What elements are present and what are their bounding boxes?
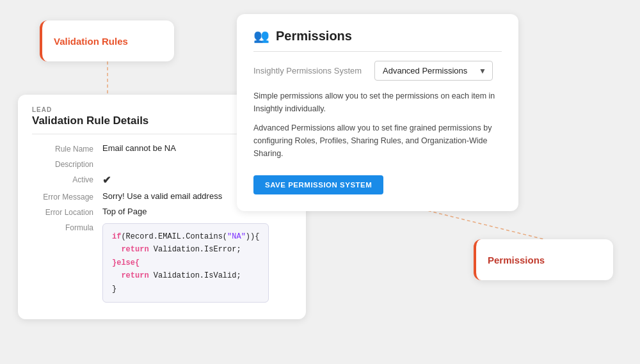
perm-desc-p1: Simple permissions allow you to set the … xyxy=(253,90,502,115)
perm-select-wrapper[interactable]: Simple Permissions Advanced Permissions … xyxy=(374,61,493,81)
active-label: Active xyxy=(32,174,102,184)
active-checkmark: ✔ xyxy=(102,174,111,186)
permissions-icon: 👥 xyxy=(253,28,269,44)
perm-system-label: Insightly Permissions System xyxy=(253,66,365,75)
perm-desc-p2: Advanced Permissions allow you to set fi… xyxy=(253,122,502,160)
formula-code-block: if(Record.EMAIL.Contains("NA")){ return … xyxy=(102,223,269,303)
rule-name-value: Email cannot be NA xyxy=(102,143,176,153)
error-location-value: Top of Page xyxy=(102,207,147,216)
perm-select[interactable]: Simple Permissions Advanced Permissions xyxy=(374,61,493,81)
formula-label: Formula xyxy=(32,222,102,232)
perm-description: Simple permissions allow you to set the … xyxy=(253,90,502,160)
validation-rules-title: Validation Rules xyxy=(54,36,128,47)
validation-rules-card: Validation Rules xyxy=(40,20,174,61)
description-label: Description xyxy=(32,159,102,169)
error-location-label: Error Location xyxy=(32,207,102,217)
rule-name-label: Rule Name xyxy=(32,143,102,154)
permissions-main-title: Permissions xyxy=(276,29,352,44)
code-line-5: } xyxy=(112,283,259,296)
error-message-label: Error Message xyxy=(32,191,102,202)
code-line-2: return Validation.IsError; xyxy=(112,243,259,256)
permissions-small-card: Permissions xyxy=(474,239,613,280)
permissions-small-title: Permissions xyxy=(488,255,545,265)
error-message-value: Sorry! Use a valid email address xyxy=(102,191,222,201)
save-permission-button[interactable]: SAVE PERMISSION SYSTEM xyxy=(253,175,383,194)
perm-system-row: Insightly Permissions System Simple Perm… xyxy=(253,61,502,81)
code-line-4: return Validation.IsValid; xyxy=(112,269,259,282)
code-line-1: if(Record.EMAIL.Contains("NA")){ xyxy=(112,230,259,243)
formula-row: Formula if(Record.EMAIL.Contains("NA")){… xyxy=(32,222,292,303)
permissions-header: 👥 Permissions xyxy=(253,28,502,52)
permissions-main-card: 👥 Permissions Insightly Permissions Syst… xyxy=(237,14,518,211)
code-line-3: }else{ xyxy=(112,257,259,269)
